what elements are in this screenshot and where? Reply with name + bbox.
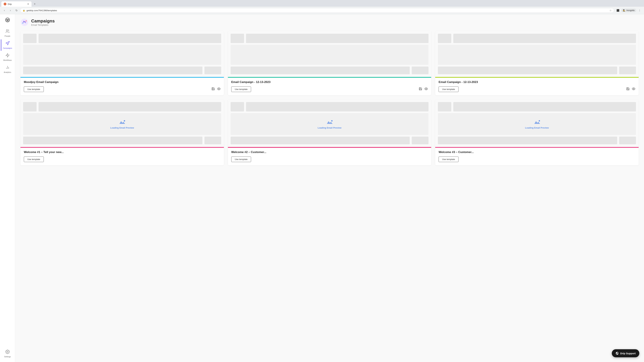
card-preview-welcome-1: Loading Email Preview (20, 99, 224, 147)
loading-preview: Loading Email Preview (230, 113, 429, 135)
preview-icon[interactable] (217, 87, 220, 91)
incognito-button[interactable]: 🕵 Incognito (621, 8, 636, 12)
card-preview-welcome-3: Loading Email Preview (435, 99, 639, 147)
skeleton-block (23, 137, 202, 144)
loading-preview: Loading Email Preview (438, 113, 636, 135)
skeleton-block (23, 34, 36, 43)
sidebar-item-analytics[interactable]: Analytics (1, 63, 14, 75)
nav-actions: ⬛ 🕵 Incognito ⋮ (616, 8, 642, 13)
use-template-button-email-1[interactable]: Use template (231, 86, 251, 92)
skeleton-block (38, 34, 221, 43)
analytics-label: Analytics (4, 71, 11, 73)
sidebar: People Campaigns Workflows (0, 14, 15, 362)
page-subtitle: Email Templates (31, 24, 55, 26)
svg-marker-5 (6, 53, 9, 57)
preview-top (23, 102, 221, 111)
sidebar-item-people[interactable]: People (1, 27, 14, 39)
app-logo[interactable] (4, 17, 12, 25)
active-tab[interactable]: D Drip ✕ (1, 1, 32, 7)
sidebar-item-workflows[interactable]: Workflows (1, 51, 14, 63)
back-button[interactable]: ‹ (2, 8, 7, 13)
analytics-icon (5, 65, 10, 70)
campaigns-icon (5, 41, 10, 46)
preview-top (438, 102, 636, 111)
preview-top (230, 34, 429, 43)
template-card-email-1: Email Campaign - 12-13-2023 Use template (228, 31, 431, 95)
use-template-button-email-2[interactable]: Use template (438, 86, 458, 92)
card-preview-moodjoy (20, 31, 224, 77)
tab-label: Drip (8, 3, 12, 5)
preview-bottom (438, 66, 636, 74)
svg-point-14 (633, 88, 634, 89)
preview-icon[interactable] (424, 87, 428, 91)
card-actions: Use template (231, 86, 428, 92)
card-title-email-1: Email Campaign - 12-13-2023 (231, 80, 428, 84)
address-bar[interactable]: 🔒 getdrip.com/7641396/templates ☆ (20, 8, 614, 13)
card-body-welcome-3: Welcome #3 – Customer... Use template (435, 148, 639, 165)
use-template-button-moodjoy[interactable]: Use template (24, 86, 44, 92)
skeleton-block (38, 102, 221, 111)
people-icon (5, 29, 10, 34)
new-tab-button[interactable]: + (32, 1, 37, 6)
incognito-icon: 🕵 (623, 9, 626, 11)
tab-bar: D Drip ✕ + (0, 0, 644, 7)
use-template-button-welcome-3[interactable]: Use template (438, 157, 458, 162)
card-body-welcome-1: Welcome #1 – Tell your new... Use templa… (20, 148, 224, 165)
template-card-moodjoy: Moodjoy Email Campaign Use template (20, 31, 224, 95)
tab-close-button[interactable]: ✕ (27, 3, 29, 5)
svg-point-15 (124, 120, 125, 121)
card-actions: Use template (438, 157, 635, 162)
use-template-button-welcome-1[interactable]: Use template (24, 157, 44, 162)
main-content: Campaigns Email Templates (15, 14, 644, 362)
use-template-button-welcome-2[interactable]: Use template (231, 157, 251, 162)
save-icon[interactable] (212, 87, 215, 91)
skeleton-full (230, 45, 429, 65)
preview-icon[interactable] (632, 87, 635, 91)
sidebar-item-settings[interactable]: Settings (1, 348, 14, 359)
skeleton-block (453, 34, 636, 43)
skeleton-block (619, 137, 636, 144)
save-icon[interactable] (626, 87, 630, 91)
campaigns-header-icon (20, 18, 28, 26)
template-card-welcome-2: Loading Email Preview Welcome #2 – Custo… (228, 99, 431, 165)
card-actions: Use template (24, 86, 220, 92)
card-title-email-2: Email Campaign - 12-13-2023 (438, 80, 635, 84)
campaigns-label: Campaigns (3, 47, 12, 49)
card-title-welcome-1: Welcome #1 – Tell your new... (24, 150, 220, 154)
card-action-icons (626, 87, 635, 91)
nav-bar: ‹ › ↻ 🔒 getdrip.com/7641396/templates ☆ … (0, 7, 644, 14)
svg-point-4 (6, 29, 8, 31)
loading-text-3: Loading Email Preview (525, 126, 549, 129)
svg-point-11 (26, 20, 27, 21)
tab-favicon: D (4, 3, 6, 5)
preview-bottom (438, 137, 636, 144)
browser-chrome: D Drip ✕ + ‹ › ↻ 🔒 getdrip.com/7641396/t… (0, 0, 644, 14)
settings-label: Settings (4, 356, 11, 358)
header-text: Campaigns Email Templates (31, 18, 55, 26)
svg-point-0 (6, 18, 10, 22)
drip-support-button[interactable]: Drip Support (612, 349, 639, 357)
bookmark-icon[interactable]: ☆ (610, 9, 612, 12)
preview-top (438, 34, 636, 43)
forward-button[interactable]: › (8, 8, 13, 13)
skeleton-block (204, 137, 221, 144)
save-icon[interactable] (419, 87, 422, 91)
card-title-welcome-2: Welcome #2 – Customer... (231, 150, 428, 154)
workflows-icon (5, 53, 10, 58)
template-card-welcome-3: Loading Email Preview Welcome #3 – Custo… (435, 99, 639, 165)
skeleton-block (23, 102, 36, 111)
app-container: People Campaigns Workflows (0, 14, 644, 362)
skeleton-block (619, 66, 636, 74)
sidebar-item-campaigns[interactable]: Campaigns (1, 39, 14, 51)
svg-point-9 (7, 351, 8, 353)
reload-button[interactable]: ↻ (14, 8, 19, 13)
preview-bottom (230, 137, 429, 144)
card-body-email-2: Email Campaign - 12-13-2023 Use template (435, 78, 639, 95)
card-preview-welcome-2: Loading Email Preview (228, 99, 431, 147)
skeleton-block (246, 102, 429, 111)
menu-button[interactable]: ⋮ (637, 8, 642, 13)
drip-support-label: Drip Support (620, 352, 636, 355)
url-text: getdrip.com/7641396/templates (26, 9, 608, 12)
card-body-email-1: Email Campaign - 12-13-2023 Use template (228, 78, 431, 95)
extensions-button[interactable]: ⬛ (616, 8, 620, 13)
